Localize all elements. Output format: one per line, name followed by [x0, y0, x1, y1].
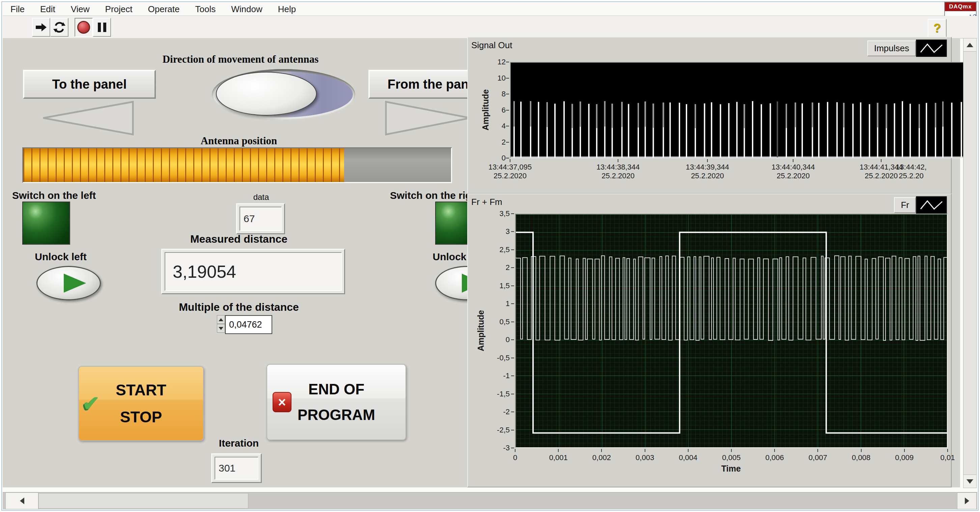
increment-icon: [219, 318, 223, 321]
axis-tick-label: [861, 449, 862, 452]
axis-tick-label: 13:44:38,34425.2.2020: [581, 163, 655, 180]
axis-tick-label: [515, 449, 515, 452]
left-arrow-icon: [40, 100, 134, 136]
axis-tick-label: [645, 449, 645, 452]
scroll-down-button[interactable]: [963, 475, 977, 488]
axis-tick-label: 0,001: [538, 453, 579, 462]
axis-tick-label: [511, 358, 514, 358]
signal-out-legend[interactable]: Impulses: [867, 40, 947, 57]
switch-left-label: Switch on the left: [12, 190, 96, 201]
labview-front-panel-window: File Edit View Project Operate Tools Win…: [0, 0, 980, 512]
axis-tick-label: 0: [492, 154, 506, 162]
pause-button[interactable]: [93, 18, 111, 37]
axis-tick-label: 1: [491, 299, 510, 308]
toolbar: [3, 16, 977, 38]
menu-edit[interactable]: Edit: [32, 4, 63, 14]
vertical-scrollbar[interactable]: [963, 38, 977, 488]
scrollbar-thumb[interactable]: [38, 493, 248, 509]
axis-tick-label: 13:44:40,34425.2.2020: [756, 163, 830, 180]
fr-fm-legend-label: Fr: [894, 197, 916, 213]
axis-tick-label: [511, 339, 514, 340]
axis-tick-label: 0,006: [754, 453, 795, 462]
multiple-distance-value: 0,04762: [229, 320, 262, 330]
run-arrow-icon: [35, 22, 48, 32]
run-continuously-button[interactable]: [50, 18, 68, 37]
axis-tick-label: [510, 159, 511, 162]
multiple-distance-field[interactable]: 0,04762: [225, 315, 272, 334]
scroll-left-button[interactable]: [5, 493, 38, 509]
axis-tick-label: [506, 110, 509, 111]
fr-fm-legend[interactable]: Fr: [894, 196, 947, 214]
axis-tick-label: [511, 285, 514, 286]
abort-icon: [77, 21, 90, 34]
menu-window[interactable]: Window: [223, 4, 270, 14]
direction-toggle-switch[interactable]: [212, 69, 355, 120]
context-help-button[interactable]: ?: [928, 19, 947, 38]
switch-left-led: [22, 201, 70, 245]
menu-project[interactable]: Project: [97, 4, 140, 14]
axis-tick-label: 8: [492, 90, 506, 98]
antenna-position-label: Antenna position: [70, 135, 407, 147]
axis-tick-label: -2,5: [491, 426, 510, 434]
antenna-position-fill: [23, 148, 344, 182]
vi-icon-banner: DAQmx: [945, 2, 976, 11]
axis-tick-label: [511, 303, 514, 304]
to-the-panel-button[interactable]: To the panel: [23, 70, 156, 99]
axis-tick-label: [511, 448, 514, 448]
horizontal-scrollbar[interactable]: [3, 492, 977, 509]
iteration-indicator: 301: [211, 453, 262, 483]
right-arrow-icon: [385, 100, 473, 136]
red-x-icon: ×: [272, 392, 291, 412]
axis-tick-label: [558, 449, 558, 452]
abort-button[interactable]: [75, 18, 93, 37]
axis-tick-label: [506, 78, 509, 79]
axis-tick-label: 0: [495, 453, 535, 462]
menu-tools[interactable]: Tools: [187, 4, 223, 14]
toggle-knob[interactable]: [216, 72, 317, 116]
to-the-panel-label: To the panel: [52, 77, 127, 92]
unlock-left-button[interactable]: [37, 266, 101, 300]
axis-tick-label: -1,5: [491, 390, 510, 398]
menu-operate[interactable]: Operate: [140, 4, 188, 14]
axis-tick-label: 0,007: [797, 453, 838, 462]
from-the-panel-label: From the panel: [388, 77, 479, 92]
question-mark-icon: ?: [934, 21, 941, 35]
axis-tick-label: [618, 159, 618, 162]
end-of-program-button[interactable]: × END OF PROGRAM: [267, 364, 406, 440]
antenna-position-indicator: [22, 147, 452, 183]
axis-tick-label: 13:44:37,09525.2.2020: [473, 163, 547, 180]
run-button[interactable]: [32, 18, 50, 37]
axis-tick-label: [601, 449, 602, 452]
data-label: data: [236, 192, 286, 202]
menu-view[interactable]: View: [63, 4, 97, 14]
axis-tick-label: [506, 126, 509, 127]
axis-tick-label: 4: [492, 122, 506, 130]
iteration-value: 301: [219, 463, 235, 474]
axis-tick-label: [707, 159, 708, 162]
axis-tick-label: [506, 94, 509, 94]
signal-out-ylabel: Amplitude: [481, 89, 490, 130]
start-stop-button[interactable]: ✔ START STOP: [78, 366, 204, 441]
fr-fm-xlabel: Time: [721, 464, 741, 474]
menu-file[interactable]: File: [3, 4, 32, 14]
axis-tick-label: 0,002: [581, 453, 622, 462]
increment-button[interactable]: [217, 315, 225, 324]
signal-out-chart: Signal Out Impulses Amplitude 1210864201…: [467, 37, 952, 194]
menu-help[interactable]: Help: [270, 4, 304, 14]
multiple-distance-spinner: [217, 315, 225, 333]
decrement-button[interactable]: [217, 324, 225, 333]
axis-tick-label: 3,5: [491, 209, 510, 218]
scroll-right-button[interactable]: [957, 493, 977, 509]
axis-tick-label: 2: [492, 138, 506, 147]
axis-tick-label: [511, 430, 514, 430]
axis-tick-label: 0,008: [841, 453, 881, 462]
axis-tick-label: 0,003: [625, 453, 665, 462]
axis-tick-label: 0: [491, 335, 510, 344]
axis-tick-label: [904, 449, 905, 452]
chevron-left-icon: [20, 498, 24, 504]
scroll-up-button[interactable]: [963, 38, 977, 52]
axis-tick-label: -0,5: [491, 353, 510, 362]
axis-tick-label: [511, 394, 514, 395]
axis-tick-label: [793, 159, 794, 162]
chevron-right-icon: [965, 498, 969, 504]
